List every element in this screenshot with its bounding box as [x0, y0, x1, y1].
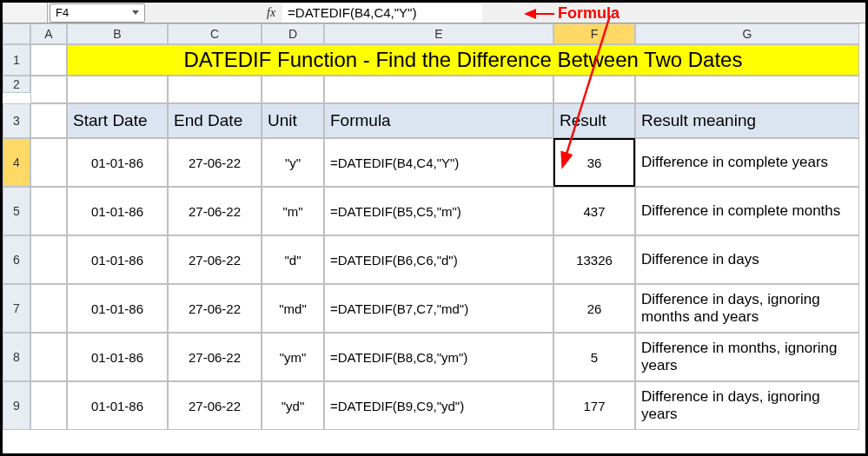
cell-a9[interactable]	[30, 381, 67, 430]
cell-a3[interactable]	[30, 103, 67, 138]
cell-d8[interactable]: "ym"	[262, 333, 324, 381]
row-header-3[interactable]: 3	[3, 103, 30, 138]
cell-a7[interactable]	[30, 284, 67, 333]
cell-f8-text: 5	[591, 350, 598, 365]
cell-e4-text: =DATEDIF(B4,C4,"Y")	[330, 155, 459, 170]
cell-c8[interactable]: 27-06-22	[168, 333, 262, 381]
cell-a1[interactable]	[30, 44, 67, 76]
cell-a2[interactable]	[30, 76, 67, 103]
cell-a6[interactable]	[30, 235, 67, 284]
cell-g2[interactable]	[635, 76, 859, 103]
header-b-text: Start Date	[73, 111, 148, 130]
header-end-date[interactable]: End Date	[168, 103, 262, 138]
cell-d9[interactable]: "yd"	[262, 381, 324, 430]
cell-g6[interactable]: Difference in days	[635, 235, 859, 284]
cell-f5[interactable]: 437	[553, 187, 635, 235]
cell-d5[interactable]: "m"	[262, 187, 324, 235]
cell-g9[interactable]: Difference in days, ignoring years	[635, 381, 859, 430]
row-header-9[interactable]: 9	[3, 381, 30, 430]
cell-d7[interactable]: "md"	[262, 284, 324, 333]
cell-e5[interactable]: =DATEDIF(B5,C5,"m")	[324, 187, 553, 235]
cell-g8[interactable]: Difference in months, ignoring years	[635, 333, 859, 381]
cell-d4[interactable]: "y"	[262, 138, 324, 187]
col-header-c[interactable]: C	[168, 23, 262, 44]
cell-d6[interactable]: "d"	[262, 235, 324, 284]
cell-g5[interactable]: Difference in complete months	[635, 187, 859, 235]
header-result[interactable]: Result	[553, 103, 635, 138]
title-text: DATEDIF Function - Find the Difference B…	[184, 48, 743, 72]
header-meaning[interactable]: Result meaning	[635, 103, 859, 138]
title-cell[interactable]: DATEDIF Function - Find the Difference B…	[67, 44, 859, 76]
col-header-f[interactable]: F	[553, 23, 635, 44]
cell-e8[interactable]: =DATEDIF(B8,C8,"ym")	[324, 333, 553, 381]
cell-c2[interactable]	[168, 76, 262, 103]
name-box-value: F4	[56, 6, 69, 19]
chevron-down-icon[interactable]	[132, 10, 139, 15]
cell-c8-text: 27-06-22	[189, 350, 241, 365]
corner-header[interactable]	[3, 23, 30, 44]
name-box[interactable]: F4	[50, 3, 145, 23]
cell-b6-text: 01-01-86	[91, 253, 143, 268]
col-header-a[interactable]: A	[30, 23, 67, 44]
cell-b2[interactable]	[67, 76, 168, 103]
header-formula[interactable]: Formula	[324, 103, 553, 138]
header-start-date[interactable]: Start Date	[67, 103, 168, 138]
cell-e2[interactable]	[324, 76, 553, 103]
col-header-d[interactable]: D	[262, 23, 324, 44]
cell-c9[interactable]: 27-06-22	[168, 381, 262, 430]
cell-g6-text: Difference in days	[641, 251, 759, 268]
cell-f6[interactable]: 13326	[553, 235, 635, 284]
row-header-2[interactable]: 2	[3, 76, 30, 93]
cell-b4[interactable]: 01-01-86	[67, 138, 168, 187]
cell-g7[interactable]: Difference in days, ignoring months and …	[635, 284, 859, 333]
cell-f8[interactable]: 5	[553, 333, 635, 381]
col-header-b[interactable]: B	[67, 23, 168, 44]
cell-d4-text: "y"	[285, 155, 301, 170]
annotation-formula: Formula	[524, 4, 620, 23]
cell-e7[interactable]: =DATEDIF(B7,C7,"md")	[324, 284, 553, 333]
cell-g4[interactable]: Difference in complete years	[635, 138, 859, 187]
arrow-left-icon	[524, 9, 536, 19]
cell-a5[interactable]	[30, 187, 67, 235]
cell-c9-text: 27-06-22	[189, 399, 241, 413]
cell-c7-text: 27-06-22	[189, 301, 241, 316]
cell-b8[interactable]: 01-01-86	[67, 333, 168, 381]
row-header-4[interactable]: 4	[3, 138, 30, 187]
col-header-g[interactable]: G	[635, 23, 859, 44]
cell-f7-text: 26	[587, 301, 602, 316]
header-unit[interactable]: Unit	[262, 103, 324, 138]
cell-e6[interactable]: =DATEDIF(B6,C6,"d")	[324, 235, 553, 284]
cell-d2[interactable]	[262, 76, 324, 103]
cell-d7-text: "md"	[279, 301, 307, 316]
cell-c5[interactable]: 27-06-22	[168, 187, 262, 235]
cell-f4[interactable]: 36	[553, 138, 635, 187]
row-header-8[interactable]: 8	[3, 333, 30, 381]
row-header-5[interactable]: 5	[3, 187, 30, 235]
row-header-1[interactable]: 1	[3, 44, 30, 76]
cell-f9[interactable]: 177	[553, 381, 635, 430]
col-header-e[interactable]: E	[324, 23, 553, 44]
cell-c7[interactable]: 27-06-22	[168, 284, 262, 333]
cell-e4[interactable]: =DATEDIF(B4,C4,"Y")	[324, 138, 553, 187]
cell-a4[interactable]	[30, 138, 67, 187]
cell-f7[interactable]: 26	[553, 284, 635, 333]
header-c-text: End Date	[174, 111, 242, 130]
cell-b6[interactable]: 01-01-86	[67, 235, 168, 284]
row-header-7[interactable]: 7	[3, 284, 30, 333]
cell-e9[interactable]: =DATEDIF(B9,C9,"yd")	[324, 381, 553, 430]
cell-c4[interactable]: 27-06-22	[168, 138, 262, 187]
cell-f5-text: 437	[583, 204, 605, 219]
fx-icon[interactable]: fx	[267, 6, 275, 20]
cell-b5[interactable]: 01-01-86	[67, 187, 168, 235]
header-f-text: Result	[560, 111, 606, 130]
cell-c6[interactable]: 27-06-22	[168, 235, 262, 284]
cell-f2[interactable]	[553, 76, 635, 103]
select-all-corner[interactable]	[3, 3, 48, 23]
cell-b7[interactable]: 01-01-86	[67, 284, 168, 333]
cell-g7-text: Difference in days, ignoring months and …	[641, 291, 853, 326]
row-header-6[interactable]: 6	[3, 235, 30, 284]
cell-b9[interactable]: 01-01-86	[67, 381, 168, 430]
formula-bar[interactable]: =DATEDIF(B4,C4,"Y")	[282, 3, 482, 23]
formula-bar-text: =DATEDIF(B4,C4,"Y")	[288, 5, 416, 20]
cell-a8[interactable]	[30, 333, 67, 381]
